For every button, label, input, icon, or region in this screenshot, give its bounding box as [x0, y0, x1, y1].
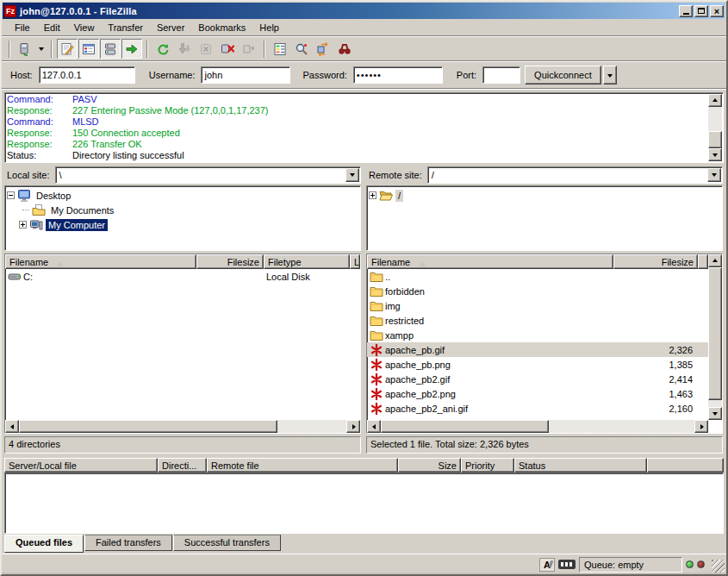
column-filesize[interactable]: Filesize: [196, 254, 264, 269]
scroll-down-button[interactable]: [708, 407, 722, 420]
file-row[interactable]: apache_pb2.png 1,463: [367, 386, 708, 401]
find-files-button[interactable]: [334, 39, 355, 59]
scroll-right-button[interactable]: [346, 420, 360, 433]
file-row[interactable]: ..: [367, 269, 708, 284]
file-row-selected[interactable]: apache_pb.gif 2,326: [367, 342, 708, 357]
remote-horizontal-scrollbar[interactable]: [367, 420, 708, 433]
cancel-operation-button[interactable]: [196, 39, 216, 59]
image-file-icon: [370, 387, 383, 401]
column-server-local-file[interactable]: Server/Local file: [4, 458, 158, 473]
file-row[interactable]: apache_pb.png 1,385: [367, 357, 708, 372]
port-input[interactable]: [482, 66, 520, 84]
scroll-up-button[interactable]: [708, 254, 722, 267]
toggle-remote-tree-button[interactable]: [100, 39, 121, 59]
directory-comparison-button[interactable]: [291, 39, 312, 59]
column-remote-file[interactable]: Remote file: [207, 458, 398, 473]
maximize-icon: [698, 8, 705, 14]
menu-help[interactable]: Help: [253, 21, 285, 34]
local-site-dropdown[interactable]: [345, 168, 359, 182]
cancel-icon: [199, 42, 213, 56]
log-label: Response:: [7, 128, 72, 139]
quickconnect-button[interactable]: Quickconnect: [525, 66, 601, 85]
column-status[interactable]: Status: [514, 458, 647, 473]
menu-transfer[interactable]: Transfer: [102, 21, 149, 34]
file-row[interactable]: apache_pb2_ani.gif 2,160: [367, 401, 708, 416]
title-bar[interactable]: Fz john@127.0.0.1 - FileZilla ×: [3, 3, 725, 19]
local-horizontal-scrollbar[interactable]: [5, 420, 360, 433]
scroll-left-button[interactable]: [367, 420, 381, 433]
file-row[interactable]: img: [367, 298, 708, 313]
quickconnect-dropdown[interactable]: [603, 66, 617, 85]
remote-file-list: Filename Filesize .. forbidden img: [366, 254, 723, 434]
column-last-modified[interactable]: L: [350, 254, 360, 269]
tab-failed-transfers[interactable]: Failed transfers: [84, 535, 172, 551]
tree-item-my-computer[interactable]: My Computer: [7, 217, 358, 232]
close-button[interactable]: ×: [710, 5, 724, 17]
tab-successful-transfers[interactable]: Successful transfers: [173, 535, 281, 551]
data-type-ascii-icon[interactable]: A: [539, 558, 555, 572]
refresh-button[interactable]: [152, 39, 173, 59]
file-row[interactable]: restricted: [367, 313, 708, 328]
column-filename[interactable]: Filename: [367, 254, 613, 269]
scroll-right-button[interactable]: [694, 420, 708, 433]
username-input[interactable]: [201, 66, 290, 84]
reconnect-button[interactable]: [239, 39, 259, 59]
tree-item-root[interactable]: /: [369, 188, 720, 203]
remote-site-combo[interactable]: /: [427, 166, 723, 184]
host-input[interactable]: [39, 66, 135, 84]
file-name: apache_pb2.png: [385, 389, 456, 399]
speed-limit-icon[interactable]: [558, 560, 576, 569]
toggle-transfer-queue-button[interactable]: [121, 39, 142, 59]
column-filename[interactable]: Filename: [5, 254, 196, 269]
chevron-down-icon: [712, 173, 717, 179]
password-input[interactable]: [353, 66, 443, 84]
toggle-local-tree-button[interactable]: [78, 39, 99, 59]
process-queue-button[interactable]: [174, 39, 195, 59]
scroll-thumb[interactable]: [708, 131, 722, 148]
maximize-button[interactable]: [694, 5, 708, 17]
tree-item-desktop[interactable]: Desktop: [7, 188, 358, 203]
transfer-queue-list[interactable]: [4, 473, 724, 534]
resize-grip[interactable]: [712, 560, 725, 573]
menu-edit[interactable]: Edit: [38, 21, 66, 34]
scroll-thumb[interactable]: [708, 267, 722, 400]
open-site-manager-button[interactable]: [15, 39, 35, 59]
tab-queued-files[interactable]: Queued files: [4, 535, 84, 553]
column-filesize[interactable]: Filesize: [613, 254, 698, 269]
tree-item-my-documents[interactable]: My Documents: [7, 203, 358, 217]
column-label: Status: [519, 460, 545, 471]
remote-site-dropdown[interactable]: [707, 168, 721, 182]
column-size[interactable]: Size: [398, 458, 461, 473]
synchronized-browsing-button[interactable]: [313, 39, 333, 59]
column-direction[interactable]: Directi...: [158, 458, 207, 473]
remote-vertical-scrollbar[interactable]: [708, 254, 722, 420]
menu-view[interactable]: View: [68, 21, 101, 34]
expand-icon[interactable]: [369, 191, 376, 199]
minimize-button[interactable]: [679, 5, 693, 17]
log-scrollbar[interactable]: [708, 94, 722, 161]
column-filetype[interactable]: Filetype: [264, 254, 350, 269]
menu-file[interactable]: File: [9, 21, 36, 34]
column-priority[interactable]: Priority: [461, 458, 514, 473]
scroll-down-button[interactable]: [708, 148, 722, 161]
directory-filters-button[interactable]: [270, 39, 290, 59]
scroll-left-button[interactable]: [5, 420, 19, 433]
toolbar-separator: [264, 41, 265, 58]
menu-server[interactable]: Server: [151, 21, 190, 34]
file-row[interactable]: xampp: [367, 328, 708, 342]
expand-icon[interactable]: [19, 221, 27, 229]
scroll-thumb[interactable]: [19, 420, 277, 433]
scroll-up-button[interactable]: [708, 94, 722, 107]
toolbar-separator: [51, 41, 53, 58]
menu-bookmarks[interactable]: Bookmarks: [192, 21, 252, 34]
file-row-c-drive[interactable]: C: Local Disk: [5, 269, 360, 284]
toggle-message-log-button[interactable]: [57, 39, 78, 59]
file-row[interactable]: apache_pb2.gif 2,414: [367, 372, 708, 386]
scroll-thumb[interactable]: [381, 420, 549, 433]
disconnect-button[interactable]: [217, 39, 238, 59]
file-row[interactable]: forbidden: [367, 284, 708, 298]
site-manager-dropdown[interactable]: [36, 39, 47, 59]
collapse-icon[interactable]: [7, 191, 15, 199]
local-site-combo[interactable]: \: [55, 166, 361, 184]
column-label: L: [354, 257, 359, 267]
